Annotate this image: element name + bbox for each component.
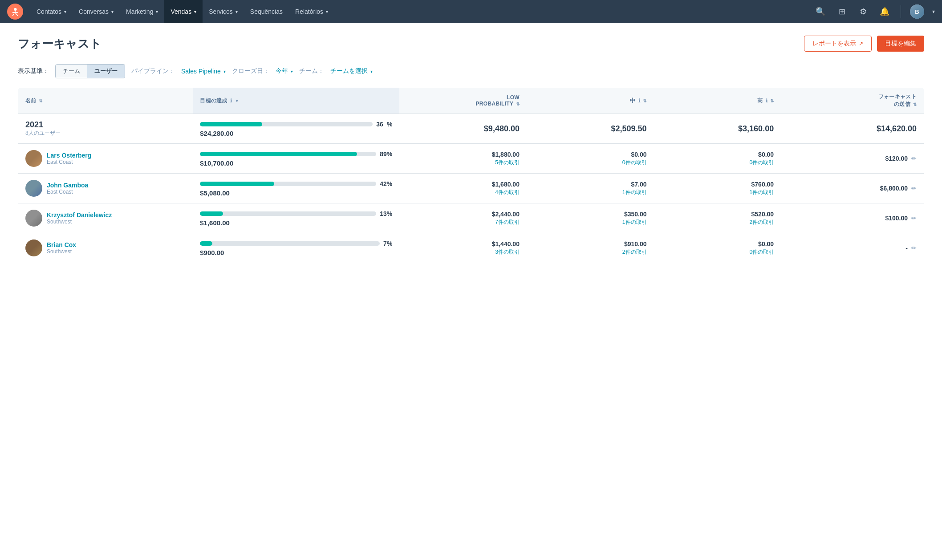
filters-bar: 表示基準： チーム ユーザー パイプライン： Sales Pipeline ▾ … <box>18 64 924 78</box>
nav-sequencias[interactable]: Sequências <box>244 0 289 23</box>
high-deals[interactable]: 0件の取引 <box>661 159 774 166</box>
summary-name-cell: 2021 8人のユーザー <box>18 114 193 144</box>
user-name-cell: Krzysztof Danielewicz Southwest <box>18 203 193 233</box>
low-deals[interactable]: 7件の取引 <box>406 219 520 226</box>
high-deals[interactable]: 2件の取引 <box>661 219 774 226</box>
user-name-link[interactable]: Lars Osterberg <box>47 152 91 159</box>
forecast-value: $120.00 <box>885 155 908 162</box>
user-high-cell: $0.00 0件の取引 <box>654 144 781 174</box>
edit-goal-button[interactable]: 目標を編集 <box>877 36 924 52</box>
progress-bar-wrap: 36% <box>200 121 392 128</box>
close-date-label: クローズ日： <box>232 67 269 75</box>
user-mid-cell: $910.00 2件の取引 <box>527 233 654 263</box>
high-deals[interactable]: 0件の取引 <box>661 248 774 256</box>
low-deals[interactable]: 5件の取引 <box>406 159 520 166</box>
user-forecast-cell: - ✏ <box>781 233 924 263</box>
edit-forecast-icon[interactable]: ✏ <box>911 244 917 252</box>
pipeline-dropdown[interactable]: Sales Pipeline ▾ <box>181 68 226 75</box>
nav-contatos[interactable]: Contatos ▾ <box>30 0 73 23</box>
progress-bar-background <box>200 211 376 216</box>
chevron-down-icon: ▾ <box>156 9 158 14</box>
external-link-icon: ↗ <box>859 41 863 47</box>
user-high-cell: $0.00 0件の取引 <box>654 233 781 263</box>
forecast-value: $6,800.00 <box>880 185 908 192</box>
search-button[interactable]: 🔍 <box>813 4 828 19</box>
info-icon[interactable]: ℹ <box>766 98 767 103</box>
chevron-down-icon: ▾ <box>194 9 196 14</box>
user-name-link[interactable]: Brian Cox <box>47 241 76 248</box>
info-icon[interactable]: ℹ <box>638 98 640 103</box>
user-team: East Coast <box>47 159 91 165</box>
high-amount: $0.00 <box>661 151 774 158</box>
low-deals[interactable]: 3件の取引 <box>406 248 520 256</box>
high-amount: $0.00 <box>661 240 774 248</box>
chevron-down-icon: ▾ <box>370 69 373 74</box>
th-forecast: フォーキャスト の送信 ⇅ <box>781 88 924 114</box>
mid-deals[interactable]: 2件の取引 <box>534 248 647 256</box>
edit-forecast-icon[interactable]: ✏ <box>911 155 917 162</box>
low-amount: $1,880.00 <box>406 151 520 158</box>
progress-bar-background <box>200 182 376 186</box>
chevron-down-icon: ▾ <box>64 9 66 14</box>
edit-forecast-icon[interactable]: ✏ <box>911 185 917 192</box>
target-amount: $900.00 <box>200 249 392 256</box>
nav-conversas[interactable]: Conversas ▾ <box>73 0 120 23</box>
chevron-down-icon: ▾ <box>111 9 114 14</box>
nav-marketing[interactable]: Marketing ▾ <box>120 0 164 23</box>
settings-button[interactable]: ⚙ <box>856 4 870 19</box>
nav-vendas[interactable]: Vendas ▾ <box>164 0 203 23</box>
hubspot-logo[interactable] <box>7 4 23 20</box>
target-pct: 89% <box>380 150 392 158</box>
target-pct: 7% <box>383 240 392 247</box>
header-actions: レポートを表示 ↗ 目標を編集 <box>804 36 924 52</box>
info-icon[interactable]: ℹ <box>230 98 232 103</box>
mid-deals[interactable]: 1件の取引 <box>534 219 647 226</box>
target-pct: 42% <box>380 180 392 187</box>
forecast-value: - <box>905 244 908 252</box>
progress-bar-fill <box>200 241 212 246</box>
progress-bar-background <box>200 122 373 126</box>
user-low-cell: $1,680.00 4件の取引 <box>399 174 527 203</box>
close-date-dropdown[interactable]: 今年 ▾ <box>276 67 293 75</box>
toggle-team-button[interactable]: チーム <box>56 65 87 78</box>
sort-icon[interactable]: ⇅ <box>39 98 42 103</box>
nav-servicos[interactable]: Serviços ▾ <box>203 0 244 23</box>
user-row: John Gamboa East Coast 42% $5,080.00 $1,… <box>18 174 924 203</box>
user-target-cell: 13% $1,600.00 <box>193 203 399 233</box>
high-deals[interactable]: 1件の取引 <box>661 189 774 196</box>
team-dropdown[interactable]: チームを選択 ▾ <box>330 67 373 75</box>
view-report-button[interactable]: レポートを表示 ↗ <box>804 36 872 52</box>
user-row: Brian Cox Southwest 7% $900.00 $1,440.00… <box>18 233 924 263</box>
target-amount: $1,600.00 <box>200 219 392 227</box>
user-forecast-cell: $6,800.00 ✏ <box>781 174 924 203</box>
user-team: East Coast <box>47 189 88 195</box>
sort-icon[interactable]: ⇅ <box>913 102 917 107</box>
mid-deals[interactable]: 1件の取引 <box>534 189 647 196</box>
avatar <box>25 150 42 167</box>
user-menu-chevron[interactable]: ▾ <box>932 8 935 15</box>
sort-icon-active[interactable]: ▼ <box>235 98 239 103</box>
sort-icon[interactable]: ⇅ <box>770 98 774 103</box>
sort-icon[interactable]: ⇅ <box>643 98 646 103</box>
user-low-cell: $2,440.00 7件の取引 <box>399 203 527 233</box>
notifications-button[interactable]: 🔔 <box>877 4 892 19</box>
edit-forecast-icon[interactable]: ✏ <box>911 215 917 222</box>
progress-bar-fill <box>200 182 274 186</box>
summary-mid-cell: $2,509.50 <box>527 114 654 144</box>
marketplace-button[interactable]: ⊞ <box>835 4 849 19</box>
mid-amount: $350.00 <box>534 211 647 218</box>
user-target-cell: 42% $5,080.00 <box>193 174 399 203</box>
toggle-user-button[interactable]: ユーザー <box>87 65 125 78</box>
th-low: LOW PROBABILITY ⇅ <box>399 88 527 114</box>
low-amount: $1,440.00 <box>406 240 520 248</box>
low-deals[interactable]: 4件の取引 <box>406 189 520 196</box>
user-team: Southwest <box>47 219 112 225</box>
user-avatar[interactable]: B <box>910 4 924 19</box>
mid-deals[interactable]: 0件の取引 <box>534 159 647 166</box>
progress-bar-fill <box>200 152 357 156</box>
sort-icon[interactable]: ⇅ <box>516 101 520 106</box>
nav-relatorios[interactable]: Relatórios ▾ <box>289 0 334 23</box>
th-name: 名前 ⇅ <box>18 88 193 114</box>
user-name-link[interactable]: Krzysztof Danielewicz <box>47 211 112 219</box>
user-name-link[interactable]: John Gamboa <box>47 182 88 189</box>
